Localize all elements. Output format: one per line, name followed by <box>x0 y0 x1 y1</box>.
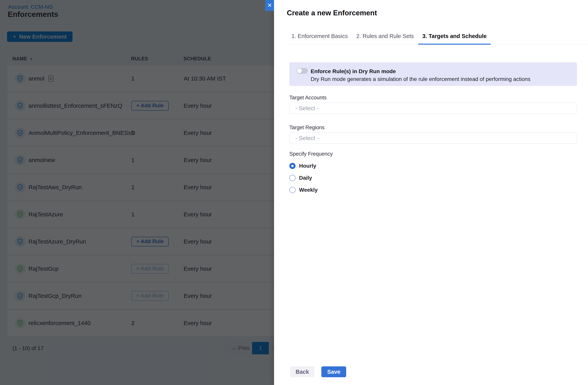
radio-label: Hourly <box>299 163 316 169</box>
back-button[interactable]: Back <box>290 366 314 377</box>
dry-run-description: Dry Run mode generates a simulation of t… <box>311 76 530 82</box>
target-regions-label: Target Regions <box>289 124 577 131</box>
target-regions-placeholder: - Select - <box>295 135 319 141</box>
frequency-option-daily[interactable]: Daily <box>289 174 577 182</box>
radio-label: Daily <box>299 175 312 181</box>
frequency-option-weekly[interactable]: Weekly <box>289 186 577 194</box>
target-accounts-placeholder: - Select - <box>295 105 319 112</box>
dry-run-toggle[interactable] <box>297 68 308 74</box>
tab-targets-and-schedule[interactable]: 3. Targets and Schedule <box>418 33 491 45</box>
target-accounts-select[interactable]: - Select - <box>289 103 577 114</box>
target-regions-select[interactable]: - Select - <box>289 133 577 144</box>
tab-enforcement-basics[interactable]: 1. Enforcement Basics <box>287 33 352 45</box>
save-button[interactable]: Save <box>321 366 346 377</box>
tab-rules-and-rule-sets[interactable]: 2. Rules and Rule Sets <box>352 33 418 45</box>
drawer-footer: Back Save <box>290 366 346 377</box>
specify-frequency-label: Specify Frequency <box>289 151 577 157</box>
radio-label: Weekly <box>299 187 318 193</box>
radio-unselected-icon[interactable] <box>289 175 295 181</box>
target-accounts-label: Target Accounts <box>289 94 577 101</box>
frequency-option-hourly[interactable]: Hourly <box>289 162 577 170</box>
drawer-title: Create a new Enforcement <box>287 9 377 17</box>
radio-unselected-icon[interactable] <box>289 187 295 193</box>
drawer-tabs: 1. Enforcement Basics2. Rules and Rule S… <box>287 33 588 45</box>
create-enforcement-drawer: ✕ Create a new Enforcement 1. Enforcemen… <box>274 0 588 385</box>
targets-schedule-form: Enforce Rule(s) in Dry Run mode Dry Run … <box>289 62 577 194</box>
dry-run-panel: Enforce Rule(s) in Dry Run mode Dry Run … <box>289 62 577 86</box>
dry-run-label: Enforce Rule(s) in Dry Run mode <box>311 68 396 74</box>
toggle-knob <box>297 68 302 73</box>
frequency-radio-group: HourlyDailyWeekly <box>289 162 577 194</box>
close-icon[interactable]: ✕ <box>265 0 274 11</box>
radio-selected-icon[interactable] <box>289 163 295 169</box>
